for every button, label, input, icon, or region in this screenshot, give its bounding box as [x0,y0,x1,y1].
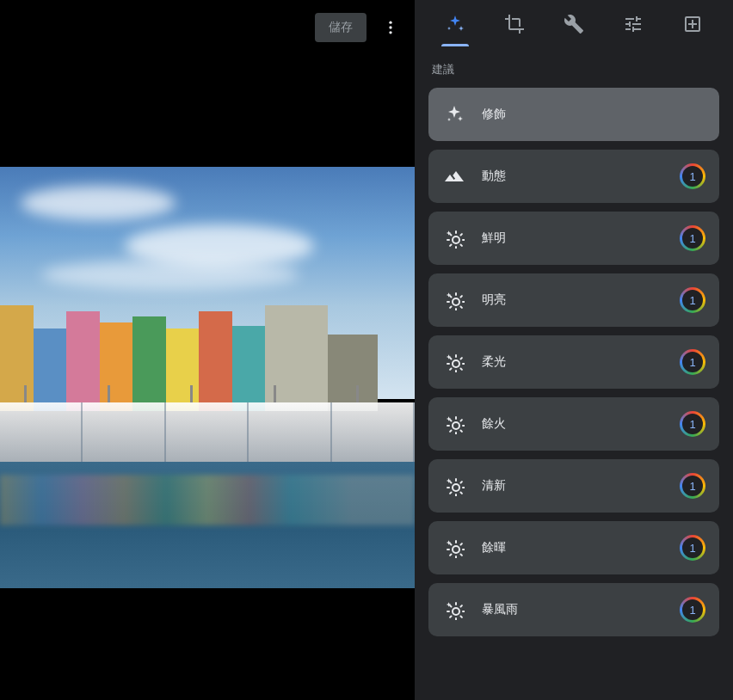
svg-point-7 [453,484,459,491]
suggestion-鮮明[interactable]: 鮮明1 [428,212,719,265]
svg-point-3 [453,236,459,243]
suggestion-清新[interactable]: 清新1 [428,459,719,513]
sun-icon [444,537,465,558]
tab-crop[interactable] [494,3,535,45]
sun-icon [444,476,465,496]
tab-markup[interactable] [672,3,713,45]
editor-side-panel: 建議 修飾動態1鮮明1明亮1柔光1餘火1清新1餘暉1暴風雨1 [415,0,733,700]
svg-point-5 [453,360,459,367]
google-one-badge: 1 [681,413,704,435]
svg-point-1 [389,26,391,28]
google-one-badge: 1 [681,289,704,311]
google-one-badge: 1 [681,351,704,373]
suggestion-label: 餘暉 [482,540,664,556]
more-vert-icon [382,19,399,36]
tab-suggestions[interactable] [434,3,476,45]
suggestion-柔光[interactable]: 柔光1 [428,335,719,389]
tab-tools[interactable] [553,3,594,45]
editor-canvas-pane: 儲存 [0,0,415,700]
suggestion-餘火[interactable]: 餘火1 [428,397,719,451]
editor-topbar: 儲存 [0,0,415,55]
sparkle-icon [445,14,465,34]
svg-point-9 [453,608,459,615]
google-one-badge: 1 [681,475,704,497]
suggestion-修飾[interactable]: 修飾 [428,88,719,141]
more-options-button[interactable] [373,10,408,45]
svg-point-2 [389,31,391,34]
markup-icon [682,14,703,34]
svg-point-6 [453,422,459,429]
google-one-badge: 1 [681,227,704,249]
suggestion-label: 明亮 [482,292,664,308]
sun-icon [444,290,465,310]
suggestion-動態[interactable]: 動態1 [428,150,719,203]
suggestion-明亮[interactable]: 明亮1 [428,273,719,327]
sparkle-icon [444,104,465,125]
photo-preview [0,167,415,588]
google-one-badge: 1 [681,165,704,187]
svg-point-4 [453,298,459,305]
google-one-badge: 1 [681,599,704,621]
image-preview-area[interactable] [0,55,415,700]
suggestion-label: 暴風雨 [482,602,664,617]
sun-icon [444,414,465,434]
section-label: 建議 [415,48,733,88]
sun-icon [444,599,465,620]
google-one-badge: 1 [681,537,704,559]
tune-icon [623,14,644,34]
suggestion-暴風雨[interactable]: 暴風雨1 [428,583,719,636]
suggestion-label: 鮮明 [482,230,664,246]
suggestion-餘暉[interactable]: 餘暉1 [428,521,719,574]
suggestion-label: 柔光 [482,354,664,370]
save-button[interactable]: 儲存 [315,13,366,42]
suggestion-label: 動態 [482,169,664,184]
tab-adjust[interactable] [613,3,654,45]
mountain-icon [444,166,465,187]
svg-point-0 [389,21,391,24]
suggestion-label: 修飾 [482,107,704,122]
sun-icon [444,228,465,249]
tool-tabs [415,0,733,48]
crop-icon [504,14,525,34]
sun-icon [444,352,465,372]
suggestion-label: 清新 [482,478,664,494]
suggestions-list: 修飾動態1鮮明1明亮1柔光1餘火1清新1餘暉1暴風雨1 [415,88,733,636]
suggestion-label: 餘火 [482,416,664,432]
svg-point-8 [453,546,459,553]
tools-icon [564,14,584,34]
